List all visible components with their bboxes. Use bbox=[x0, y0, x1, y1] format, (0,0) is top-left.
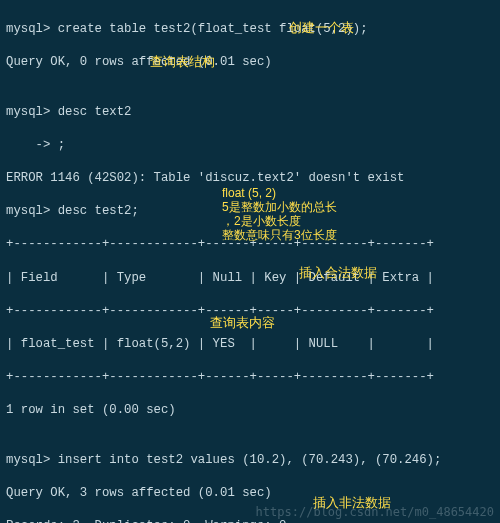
mysql-terminal[interactable]: mysql> create table test2(float_test flo… bbox=[0, 0, 500, 523]
term-line: +------------+------------+------+-----+… bbox=[6, 303, 494, 320]
term-line: Query OK, 3 rows affected (0.01 sec) bbox=[6, 485, 494, 502]
term-line: -> ; bbox=[6, 137, 494, 154]
term-line: mysql> desc text2 bbox=[6, 104, 494, 121]
term-line: +------------+------------+------+-----+… bbox=[6, 369, 494, 386]
term-line: Records: 3 Duplicates: 0 Warnings: 0 bbox=[6, 518, 494, 523]
term-line: | float_test | float(5,2) | YES | | NULL… bbox=[6, 336, 494, 353]
term-line: +------------+------------+------+-----+… bbox=[6, 236, 494, 253]
term-line: ERROR 1146 (42S02): Table 'discuz.text2'… bbox=[6, 170, 494, 187]
term-line: 1 row in set (0.00 sec) bbox=[6, 402, 494, 419]
term-line: mysql> insert into test2 values (10.2), … bbox=[6, 452, 494, 469]
term-line: Query OK, 0 rows affected (0.01 sec) bbox=[6, 54, 494, 71]
term-line: mysql> create table test2(float_test flo… bbox=[6, 21, 494, 38]
term-line: | Field | Type | Null | Key | Default | … bbox=[6, 270, 494, 287]
term-line: mysql> desc test2; bbox=[6, 203, 494, 220]
